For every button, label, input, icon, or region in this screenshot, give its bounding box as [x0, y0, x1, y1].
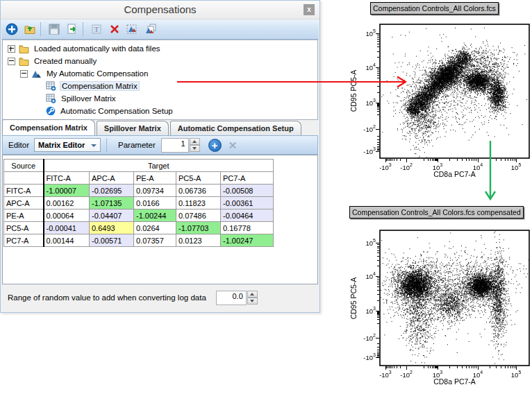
histogram-selection-icon [126, 23, 139, 35]
random-range-value[interactable]: 0.0 [216, 291, 247, 305]
chevron-down-icon [91, 144, 97, 147]
tree-item-loaded-automatically[interactable]: Loaded automatically with data files [3, 42, 317, 55]
collapse-minus-icon[interactable] [8, 58, 15, 65]
matrix-cell[interactable]: 0.6493 [90, 222, 134, 234]
matrix-cell[interactable]: -1.00244 [134, 209, 176, 222]
expand-plus-icon[interactable] [8, 45, 15, 53]
matrix-cell[interactable]: 0.00064 [44, 209, 90, 222]
plot-title-compensated: Compensation Controls_All Colors.fcs com… [349, 206, 524, 219]
axis-tick-label: 105 [348, 29, 376, 37]
matrix-cell[interactable]: 0.06736 [176, 185, 221, 197]
tree-item-spillover-matrix[interactable]: Spillover Matrix [3, 92, 317, 105]
matrix-cell[interactable]: 0.07486 [176, 209, 221, 222]
tree-item-compensation-matrix[interactable]: Compensation Matrix [3, 80, 317, 92]
close-icon[interactable]: x [304, 4, 315, 15]
row-header: APC-A [4, 197, 44, 209]
tab-spillover-matrix[interactable]: Spillover Matrix [97, 121, 169, 135]
stepper-up-icon[interactable] [247, 291, 258, 298]
panel-footer: Range of random value to add when conver… [2, 284, 318, 311]
matrix-cell[interactable]: 0.00144 [44, 234, 90, 247]
matrix-cell[interactable]: 0.07357 [134, 234, 176, 247]
import-compensation-button[interactable] [22, 22, 38, 37]
corner-cell [4, 172, 44, 185]
y-axis-label: CD95 PC5-A [349, 277, 358, 320]
plot-title-uncompensated: Compensation Controls_All Colors.fcs [370, 2, 499, 15]
matrix-cell[interactable]: 0.11823 [176, 197, 221, 209]
folder-import-icon [24, 23, 36, 35]
editor-select-value: Matrix Editor [38, 141, 85, 149]
tab-compensation-matrix[interactable]: Compensation Matrix [2, 119, 95, 135]
floppy-icon [49, 24, 60, 35]
axis-tick-label: -103 [348, 147, 376, 155]
matrix-cell[interactable]: 0.0264 [134, 222, 176, 234]
add-parameter-button[interactable]: + [208, 139, 222, 152]
parameter-stepper[interactable]: 1 [161, 138, 200, 153]
random-range-stepper[interactable]: 0.0 [216, 291, 258, 305]
matrix-cell[interactable]: -1.00247 [221, 234, 274, 247]
plus-circle-icon [6, 23, 18, 35]
table-row: PC5-A -0.00041 0.6493 0.0264 -1.07703 0.… [4, 222, 274, 234]
stepper-buttons[interactable] [247, 291, 258, 305]
rename-T-icon: T [91, 24, 102, 35]
tree-item-label: Compensation Matrix [60, 81, 140, 91]
col-header: PC7-A [221, 172, 274, 185]
matrix-table-area: Source Target FITC-A APC-A PE-A PC5-A PC… [2, 155, 318, 284]
matrix-cell[interactable]: -0.04407 [90, 209, 134, 222]
tree-item-created-manually[interactable]: Created manually [3, 55, 317, 67]
matrix-cell[interactable]: -0.00508 [221, 185, 274, 197]
tree-item-label: Loaded automatically with data files [33, 44, 162, 53]
axis-tick-label: -102 [348, 334, 376, 342]
matrix-cell[interactable]: 0.00162 [44, 197, 90, 209]
tab-automatic-compensation-setup[interactable]: Automatic Compensation Setup [170, 121, 301, 135]
matrix-cell[interactable]: 0.0123 [176, 234, 221, 247]
stepper-buttons[interactable] [190, 138, 200, 152]
add-compensation-button[interactable] [4, 22, 19, 37]
matrix-plus-icon [46, 81, 56, 91]
save-button[interactable] [47, 22, 62, 37]
stepper-down-icon[interactable] [247, 298, 258, 305]
delete-button[interactable] [107, 22, 122, 37]
export-button[interactable] [65, 22, 80, 37]
stepper-down-icon[interactable] [190, 145, 200, 152]
matrix-plus-icon [46, 94, 56, 103]
matrix-cell[interactable]: -0.00361 [221, 197, 274, 209]
duplicate-graphic-button[interactable] [143, 22, 158, 37]
matrix-cell[interactable]: 0.0166 [134, 197, 176, 209]
rename-button[interactable]: T [89, 22, 104, 37]
panel-titlebar[interactable]: Compensations x [1, 1, 319, 19]
matrix-cell[interactable]: -1.07135 [90, 197, 134, 209]
matrix-cell[interactable]: 0.09734 [134, 185, 176, 197]
compensation-tree: Loaded automatically with data files Cre… [2, 40, 318, 120]
table-row: APC-A 0.00162 -1.07135 0.0166 0.11823 -0… [4, 197, 274, 209]
compensations-panel: Compensations x [0, 0, 320, 313]
remove-parameter-button[interactable]: ✕ [228, 139, 238, 152]
stepper-up-icon[interactable] [190, 138, 200, 145]
copy-graphic-button[interactable] [125, 22, 140, 37]
axis-tick-label: 105 [348, 239, 376, 247]
parameter-label: Parameter [118, 141, 156, 149]
scatter-plot-compensated [374, 228, 532, 375]
matrix-cell[interactable]: -0.00041 [44, 222, 90, 234]
tree-item-automatic-compensation-setup[interactable]: Automatic Compensation Setup [3, 105, 317, 117]
table-row: PE-A 0.00064 -0.04407 -1.00244 0.07486 -… [4, 209, 274, 222]
screen: Compensations x [0, 0, 532, 394]
compensation-matrix-table: Source Target FITC-A APC-A PE-A PC5-A PC… [3, 159, 274, 247]
y-axis-label: CD95 PC5-A [349, 70, 358, 112]
scatter-plot-uncompensated [374, 22, 532, 168]
collapse-minus-icon[interactable] [20, 70, 28, 78]
matrix-cell[interactable]: -1.00007 [44, 185, 90, 197]
matrix-cell[interactable]: -0.00571 [90, 234, 134, 247]
matrix-cell[interactable]: -0.00464 [221, 209, 274, 222]
source-header: Source [4, 160, 44, 172]
parameter-value[interactable]: 1 [161, 138, 189, 153]
tree-item-my-automatic-compensation[interactable]: My Automatic Compensation [3, 67, 317, 80]
col-header: FITC-A [44, 172, 90, 185]
toolbar-separator [40, 22, 41, 36]
table-row: PC7-A 0.00144 -0.00571 0.07357 0.0123 -1… [4, 234, 274, 247]
tree-item-label: Automatic Compensation Setup [59, 107, 174, 115]
editor-select[interactable]: Matrix Editor [34, 138, 101, 152]
matrix-cell[interactable]: -1.07703 [176, 222, 221, 234]
matrix-cell[interactable]: 0.16778 [221, 222, 274, 234]
panel-title: Compensations [1, 1, 319, 19]
matrix-cell[interactable]: -0.02695 [90, 185, 134, 197]
